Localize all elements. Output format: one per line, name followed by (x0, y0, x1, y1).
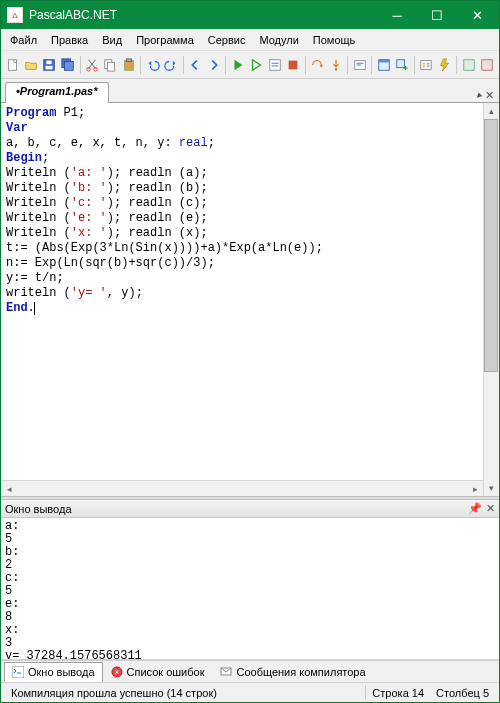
open-icon[interactable] (22, 54, 39, 76)
svg-rect-10 (124, 60, 133, 70)
svg-rect-21 (464, 59, 475, 70)
app-window: Δ PascalABC.NET ─ ☐ ✕ Файл Правка Вид Пр… (0, 0, 500, 703)
output-panel[interactable]: a: 5 b: 2 c: 5 e: 8 x: 3 y= 37284.157656… (1, 518, 499, 660)
tabbar: •Program1.pas* ▾ ✕ (1, 79, 499, 103)
undo-icon[interactable] (144, 54, 161, 76)
output-panel-title: Окно вывода (5, 503, 72, 515)
svg-rect-22 (482, 59, 493, 70)
save-all-icon[interactable] (59, 54, 76, 76)
cut-icon[interactable] (83, 54, 100, 76)
output-panel-header: Окно вывода 📌 ✕ (1, 500, 499, 518)
scroll-thumb[interactable] (484, 119, 498, 372)
svg-rect-12 (269, 59, 280, 70)
back-icon[interactable] (187, 54, 204, 76)
close-button[interactable]: ✕ (457, 2, 497, 28)
menu-help[interactable]: Помощь (306, 31, 363, 49)
intellisense-icon[interactable] (351, 54, 368, 76)
svg-rect-18 (379, 59, 390, 62)
menubar: Файл Правка Вид Программа Сервис Модули … (1, 29, 499, 51)
messages-icon (220, 666, 232, 678)
forward-icon[interactable] (205, 54, 222, 76)
menu-edit[interactable]: Правка (44, 31, 95, 49)
svg-rect-13 (289, 60, 298, 69)
svg-rect-5 (64, 61, 73, 70)
scroll-right-icon[interactable]: ▸ (467, 482, 483, 496)
panel-close-icon[interactable]: ✕ (486, 502, 495, 515)
tab-messages[interactable]: Сообщения компилятора (212, 662, 373, 682)
horizontal-scrollbar[interactable]: ◂ ▸ (1, 480, 483, 496)
error-list-icon (111, 666, 123, 678)
scroll-down-icon[interactable]: ▾ (484, 480, 499, 496)
dropdown-icon[interactable]: ▾ (474, 90, 485, 101)
window-title: PascalABC.NET (29, 8, 377, 22)
save-icon[interactable] (41, 54, 58, 76)
properties-icon[interactable] (418, 54, 435, 76)
compile-icon[interactable] (266, 54, 283, 76)
tab-close-icon[interactable]: ✕ (485, 89, 494, 102)
example2-icon[interactable] (479, 54, 496, 76)
menu-modules[interactable]: Модули (252, 31, 305, 49)
status-message: Компиляция прошла успешно (14 строк) (5, 687, 223, 699)
statusbar: Компиляция прошла успешно (14 строк) Стр… (1, 682, 499, 702)
run-icon[interactable] (229, 54, 246, 76)
step-over-icon[interactable] (308, 54, 325, 76)
tab-errors[interactable]: Список ошибок (103, 662, 213, 682)
svg-point-15 (334, 68, 337, 71)
redo-icon[interactable] (163, 54, 180, 76)
toolbar (1, 51, 499, 79)
code-editor[interactable]: Program P1; Var a, b, c, e, x, t, n, y: … (1, 103, 483, 480)
run-no-debug-icon[interactable] (248, 54, 265, 76)
events-icon[interactable] (436, 54, 453, 76)
maximize-button[interactable]: ☐ (417, 2, 457, 28)
paste-icon[interactable] (120, 54, 137, 76)
menu-view[interactable]: Вид (95, 31, 129, 49)
vertical-scrollbar[interactable]: ▴ ▾ (483, 103, 499, 496)
tab-program1[interactable]: •Program1.pas* (5, 82, 109, 103)
menu-service[interactable]: Сервис (201, 31, 253, 49)
svg-rect-11 (126, 58, 131, 61)
status-column: Столбец 5 (430, 687, 495, 699)
svg-point-14 (320, 64, 323, 67)
svg-rect-19 (397, 59, 405, 67)
new-form-icon[interactable] (393, 54, 410, 76)
copy-icon[interactable] (102, 54, 119, 76)
new-file-icon[interactable] (4, 54, 21, 76)
scroll-left-icon[interactable]: ◂ (1, 482, 17, 496)
example1-icon[interactable] (460, 54, 477, 76)
scroll-up-icon[interactable]: ▴ (484, 103, 499, 119)
svg-rect-9 (108, 62, 115, 71)
menu-file[interactable]: Файл (3, 31, 44, 49)
tab-output[interactable]: Окно вывода (4, 662, 103, 682)
menu-program[interactable]: Программа (129, 31, 201, 49)
titlebar: Δ PascalABC.NET ─ ☐ ✕ (1, 1, 499, 29)
svg-rect-2 (46, 65, 53, 69)
svg-rect-20 (421, 60, 432, 69)
bottom-tabs: Окно вывода Список ошибок Сообщения комп… (1, 660, 499, 682)
status-line: Строка 14 (366, 687, 430, 699)
stop-icon[interactable] (284, 54, 301, 76)
step-into-icon[interactable] (327, 54, 344, 76)
app-icon: Δ (7, 7, 23, 23)
pin-icon[interactable]: 📌 (468, 502, 482, 515)
svg-rect-3 (47, 60, 52, 64)
svg-rect-23 (12, 666, 24, 678)
console-icon (12, 666, 24, 678)
minimize-button[interactable]: ─ (377, 2, 417, 28)
svg-rect-0 (8, 59, 16, 70)
designer-icon[interactable] (375, 54, 392, 76)
